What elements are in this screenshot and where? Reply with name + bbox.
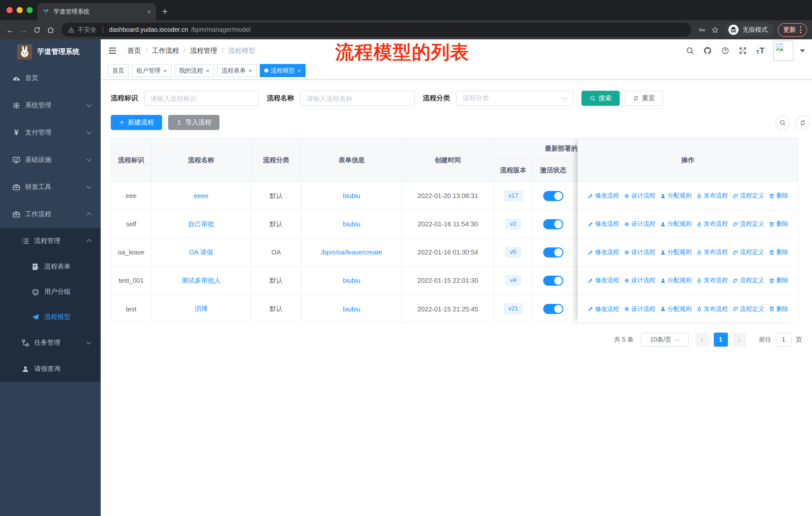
action-publish-hand[interactable]: 发布流程 xyxy=(696,276,728,285)
action-delete-trash[interactable]: 删除 xyxy=(769,276,788,285)
page-size-select[interactable]: 10条/页 xyxy=(641,332,689,347)
table-refresh-button[interactable] xyxy=(795,115,810,130)
action-delete-trash[interactable]: 删除 xyxy=(769,305,788,313)
breadcrumb-item[interactable]: 流程管理 xyxy=(190,46,217,55)
breadcrumb-item[interactable]: 工作流程 xyxy=(152,46,179,55)
goto-page-input[interactable] xyxy=(776,332,792,347)
close-icon[interactable]: × xyxy=(163,67,167,74)
caret-down-icon[interactable] xyxy=(800,49,805,52)
new-tab-button[interactable]: + xyxy=(162,6,168,16)
process-key-input[interactable] xyxy=(144,91,259,106)
fullscreen-icon[interactable] xyxy=(738,46,748,55)
prev-page-button[interactable]: ‹ xyxy=(695,332,708,347)
tag-view-tab[interactable]: 流程模型× xyxy=(260,64,306,77)
current-page-button[interactable]: 1 xyxy=(714,332,728,347)
action-delete-trash[interactable]: 删除 xyxy=(769,191,788,200)
sidebar-item-user-group[interactable]: 用户分组 xyxy=(0,279,101,304)
action-definition-clip[interactable]: 流程定义 xyxy=(732,305,764,313)
bookmark-star-icon[interactable] xyxy=(708,23,721,36)
sidebar-item-dev-tools[interactable]: 研发工具 xyxy=(0,173,101,200)
url-bar[interactable]: 不安全 dashboard.yudao.iocoder.cn/bpm/manag… xyxy=(61,23,691,37)
form-info-link[interactable]: biubiu xyxy=(343,277,360,284)
action-edit[interactable]: 修改流程 xyxy=(587,220,619,228)
form-info-link[interactable]: biubiu xyxy=(343,220,360,228)
category-select[interactable]: 流程分类 xyxy=(456,91,573,106)
reload-button[interactable] xyxy=(30,23,44,36)
active-toggle[interactable] xyxy=(543,219,563,229)
collapse-sidebar-icon[interactable] xyxy=(108,46,117,55)
sidebar-item-leave-query[interactable]: 请假查询 xyxy=(0,356,101,382)
process-name-link[interactable]: 测试多审批人 xyxy=(181,276,221,285)
sidebar-item-payment[interactable]: ¥支付管理 xyxy=(0,119,101,146)
active-toggle[interactable] xyxy=(543,191,563,201)
process-name-link[interactable]: eeee xyxy=(194,192,208,199)
github-icon[interactable] xyxy=(703,46,712,55)
action-assign-user[interactable]: 分配规则 xyxy=(660,305,692,313)
action-edit[interactable]: 修改流程 xyxy=(587,276,619,285)
sidebar-item-infrastructure[interactable]: 基础设施 xyxy=(0,146,101,173)
action-delete-trash[interactable]: 删除 xyxy=(769,220,788,228)
action-assign-user[interactable]: 分配规则 xyxy=(660,191,692,200)
action-definition-clip[interactable]: 流程定义 xyxy=(732,220,764,228)
minimize-window-button[interactable] xyxy=(17,7,23,13)
forward-button[interactable]: → xyxy=(17,23,30,36)
process-name-link[interactable]: 滔博 xyxy=(195,304,208,314)
tab-close-icon[interactable]: × xyxy=(147,8,151,15)
sidebar-item-system[interactable]: 系统管理 xyxy=(0,92,101,119)
action-design-gear[interactable]: 设计流程 xyxy=(624,276,656,285)
tag-view-tab[interactable]: 我的流程× xyxy=(174,64,214,77)
search-icon[interactable] xyxy=(686,46,695,55)
sidebar-item-workflow[interactable]: 工作流程 xyxy=(0,200,101,228)
active-toggle[interactable] xyxy=(543,304,563,314)
search-button[interactable]: 搜索 xyxy=(581,91,620,106)
close-icon[interactable]: × xyxy=(248,67,252,74)
action-definition-clip[interactable]: 流程定义 xyxy=(732,191,764,200)
form-info-link[interactable]: biubiu xyxy=(343,305,360,313)
chrome-update-button[interactable]: 更新 xyxy=(778,23,807,36)
action-publish-hand[interactable]: 发布流程 xyxy=(696,220,728,228)
tag-view-tab[interactable]: 流程表单× xyxy=(217,64,257,77)
breadcrumb-item[interactable]: 首页 xyxy=(127,46,141,55)
action-design-gear[interactable]: 设计流程 xyxy=(624,220,656,228)
next-page-button[interactable]: › xyxy=(733,332,746,347)
tag-view-tab[interactable]: 租户管理× xyxy=(132,64,171,77)
font-size-icon[interactable]: TT xyxy=(756,46,765,55)
form-info-link[interactable]: biubiu xyxy=(343,192,360,199)
action-publish-hand[interactable]: 发布流程 xyxy=(696,248,728,256)
action-assign-user[interactable]: 分配规则 xyxy=(660,276,692,285)
action-design-gear[interactable]: 设计流程 xyxy=(624,248,656,256)
action-design-gear[interactable]: 设计流程 xyxy=(624,305,656,313)
action-definition-clip[interactable]: 流程定义 xyxy=(732,276,764,285)
close-icon[interactable]: × xyxy=(297,67,301,74)
help-icon[interactable] xyxy=(721,46,730,55)
close-window-button[interactable] xyxy=(6,7,12,13)
active-toggle[interactable] xyxy=(543,247,563,257)
action-assign-user[interactable]: 分配规则 xyxy=(660,220,692,228)
sidebar-item-process-form[interactable]: 流程表单 xyxy=(0,254,101,279)
action-publish-hand[interactable]: 发布流程 xyxy=(696,191,728,200)
import-process-button[interactable]: 导入流程 xyxy=(168,115,220,130)
process-name-input[interactable] xyxy=(300,91,415,106)
reset-button[interactable]: 重置 xyxy=(625,91,663,106)
action-edit[interactable]: 修改流程 xyxy=(587,305,619,313)
menu-dots-icon[interactable] xyxy=(800,26,802,33)
action-assign-user[interactable]: 分配规则 xyxy=(660,248,692,256)
back-button[interactable]: ← xyxy=(3,23,17,36)
close-icon[interactable]: × xyxy=(206,67,209,74)
sidebar-item-process-model[interactable]: 流程模型 xyxy=(0,304,101,330)
action-edit[interactable]: 修改流程 xyxy=(587,191,619,200)
key-icon[interactable] xyxy=(695,23,708,36)
process-name-link[interactable]: 自己审批 xyxy=(188,219,214,228)
form-info-link[interactable]: /bpm/oa/leave/create xyxy=(321,248,382,256)
action-definition-clip[interactable]: 流程定义 xyxy=(732,248,764,256)
tag-view-tab[interactable]: 首页 xyxy=(108,64,129,77)
home-button[interactable] xyxy=(44,23,57,36)
sidebar-item-home[interactable]: 首页 xyxy=(0,64,101,92)
sidebar-item-task-mgmt[interactable]: 任务管理 xyxy=(0,330,101,356)
action-publish-hand[interactable]: 发布流程 xyxy=(696,305,728,313)
zoom-window-button[interactable] xyxy=(27,7,33,13)
action-design-gear[interactable]: 设计流程 xyxy=(624,191,656,200)
active-toggle[interactable] xyxy=(543,275,563,286)
browser-tab[interactable]: 芋道管理系统 × xyxy=(37,3,156,20)
process-name-link[interactable]: OA 请假 xyxy=(189,248,213,257)
